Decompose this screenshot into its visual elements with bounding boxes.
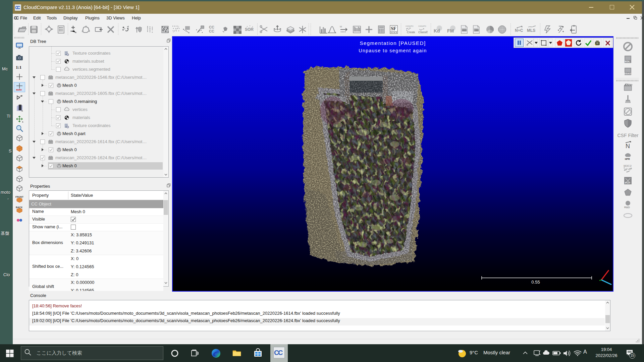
svg-text:MLS: MLS (527, 28, 535, 33)
svg-text:M: M (340, 25, 342, 28)
svg-text:C: C (17, 5, 20, 10)
svg-text:auto: auto (16, 88, 22, 91)
svg-text:EDL: EDL (625, 60, 630, 63)
svg-text:R&D: R&D (624, 206, 630, 209)
svg-text:ASCII: ASCII (462, 29, 467, 31)
svg-text:CC: CC (209, 29, 214, 33)
svg-text:1:1: 1:1 (16, 65, 21, 70)
svg-text:PCV: PCV (625, 182, 630, 184)
svg-text:SOR: SOR (245, 27, 254, 32)
svg-text:N: N (626, 143, 630, 149)
svg-text:M3C2: M3C2 (624, 164, 632, 168)
svg-text:Classify: Classify (418, 31, 428, 34)
svg-text:Kd: Kd (434, 28, 440, 34)
svg-text:HPR: HPR (625, 158, 630, 160)
svg-text:FM: FM (447, 28, 454, 34)
svg-text:CANUPO: CANUPO (418, 25, 426, 27)
svg-text:CSV: CSV (475, 29, 479, 31)
svg-text:SSAO: SSAO (624, 72, 631, 75)
svg-text:CC: CC (209, 25, 214, 29)
svg-text:Create: Create (407, 31, 415, 34)
svg-text:CANUPO: CANUPO (406, 25, 414, 27)
svg-text:N+C: N+C (515, 28, 523, 33)
svg-text:C: C (16, 15, 19, 20)
svg-text:C: C (278, 349, 283, 356)
svg-text:SF: SF (391, 26, 396, 31)
